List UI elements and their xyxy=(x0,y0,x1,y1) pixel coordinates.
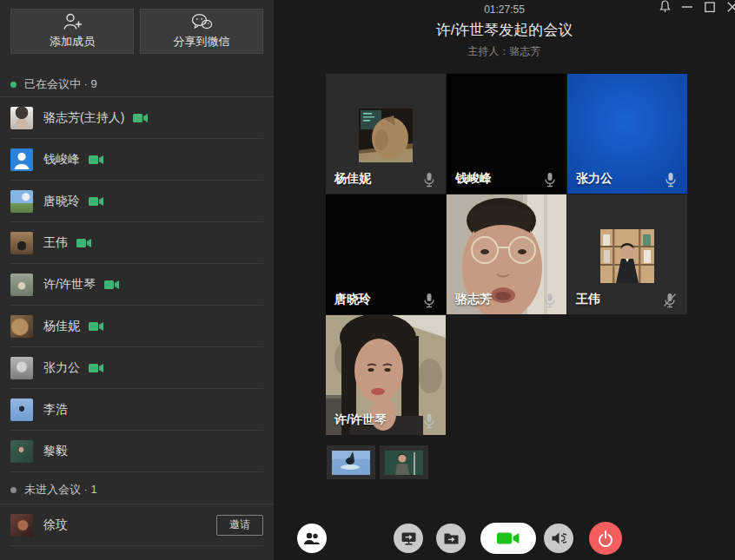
cat-photo xyxy=(359,109,413,162)
not-joined-header-label: 未进入会议 · 1 xyxy=(24,482,97,497)
invite-button[interactable]: 邀请 xyxy=(216,515,263,536)
video-tile[interactable]: 杨佳妮 xyxy=(326,74,446,194)
leave-meeting-button[interactable] xyxy=(589,522,622,555)
participant-row[interactable]: 王伟 xyxy=(10,222,263,264)
camera-on-icon xyxy=(76,237,92,249)
wechat-icon xyxy=(191,13,213,30)
participant-name: 张力公 xyxy=(43,360,80,376)
meeting-stage: 01:27:55 许/许世琴发起的会议 主持人：骆志芳 xyxy=(274,0,735,560)
mic-muted-icon xyxy=(663,293,677,308)
camera-icon xyxy=(497,530,520,546)
in-meeting-section-header: 已在会议中 · 9 xyxy=(0,72,274,97)
participant-name: 黎毅 xyxy=(43,444,68,459)
tile-name: 钱峻峰 xyxy=(455,171,492,187)
speaker-button[interactable] xyxy=(544,524,573,553)
sidebar-actions: 添加成员 分享到微信 xyxy=(0,0,274,54)
tile-name: 唐晓玲 xyxy=(334,292,371,307)
participant-row[interactable]: 黎毅 xyxy=(10,431,263,472)
in-meeting-header-label: 已在会议中 · 9 xyxy=(24,76,97,92)
mini-video-tile[interactable] xyxy=(327,445,375,479)
bird-on-water-thumbnail xyxy=(332,451,370,475)
participant-name: 杨佳妮 xyxy=(43,319,80,334)
close-icon[interactable] xyxy=(725,0,735,14)
man-portrait-photo xyxy=(600,229,654,283)
video-tile[interactable]: 王伟 xyxy=(567,194,687,314)
participant-row[interactable]: 杨佳妮 xyxy=(10,306,263,347)
tile-name: 杨佳妮 xyxy=(334,171,371,187)
video-tile[interactable]: 张力公 xyxy=(567,74,687,194)
camera-on-icon xyxy=(89,195,104,208)
leave-meeting-icon xyxy=(598,530,613,547)
tile-name: 张力公 xyxy=(576,171,612,187)
window-controls xyxy=(658,0,735,14)
sidebar: 添加成员 分享到微信 已在会议中 · 9 xyxy=(0,0,274,560)
video-tile[interactable]: 许/许世琴 xyxy=(326,315,446,435)
mic-icon xyxy=(544,172,556,188)
add-member-label: 添加成员 xyxy=(50,34,95,49)
camera-toggle-button[interactable] xyxy=(480,523,536,554)
tile-name: 骆志芳 xyxy=(455,292,492,307)
offline-dot-icon xyxy=(10,487,17,493)
screen-share-button[interactable] xyxy=(394,524,423,553)
share-to-wechat-button[interactable]: 分享到微信 xyxy=(140,9,263,54)
avatar xyxy=(10,399,33,421)
participant-row[interactable]: 李浩 xyxy=(10,389,263,431)
avatar xyxy=(10,514,33,537)
avatar xyxy=(10,232,33,254)
participant-name: 许/许世琴 xyxy=(43,277,96,293)
mic-icon xyxy=(423,172,435,188)
participant-list: 骆志芳(主持人) 钱峻峰 唐晓玲 王伟 xyxy=(0,97,274,472)
add-person-icon xyxy=(63,13,83,30)
file-share-button[interactable] xyxy=(436,524,466,553)
video-tile[interactable]: 唐晓玲 xyxy=(326,194,446,314)
camera-on-icon xyxy=(104,279,120,291)
mic-icon xyxy=(423,293,435,308)
avatar xyxy=(10,315,33,338)
mic-icon xyxy=(665,172,677,188)
blackboard-person-thumbnail xyxy=(385,451,423,475)
video-tile[interactable]: 钱峻峰 xyxy=(447,74,566,194)
avatar xyxy=(10,357,33,379)
camera-on-icon xyxy=(89,154,104,166)
mini-video-tile[interactable] xyxy=(380,445,428,479)
members-icon xyxy=(303,532,321,545)
participant-name: 徐玟 xyxy=(43,517,68,533)
screen-share-icon xyxy=(401,532,416,545)
mic-icon xyxy=(423,413,435,429)
maximize-icon[interactable] xyxy=(703,0,717,14)
camera-on-icon xyxy=(89,362,104,374)
participant-row[interactable]: 骆志芳(主持人) xyxy=(10,97,263,139)
not-joined-row[interactable]: 徐玟 邀请 xyxy=(10,504,263,546)
minimize-icon[interactable] xyxy=(680,0,694,14)
share-wechat-label: 分享到微信 xyxy=(174,34,230,49)
participant-row[interactable]: 许/许世琴 xyxy=(10,264,263,306)
tile-name: 王伟 xyxy=(576,292,600,307)
avatar xyxy=(10,273,33,296)
file-share-icon xyxy=(444,532,459,544)
meeting-window: 添加成员 分享到微信 已在会议中 · 9 xyxy=(0,0,735,560)
video-tile[interactable]: 骆志芳 xyxy=(447,194,566,314)
camera-on-icon xyxy=(89,320,104,333)
meeting-host: 主持人：骆志芳 xyxy=(274,44,735,59)
participant-name: 骆志芳(主持人) xyxy=(43,110,124,126)
online-dot-icon xyxy=(10,82,17,88)
participant-name: 李浩 xyxy=(43,402,68,418)
participant-row[interactable]: 唐晓玲 xyxy=(10,181,263,222)
meeting-title: 许/许世琴发起的会议 xyxy=(274,20,735,40)
add-member-button[interactable]: 添加成员 xyxy=(10,9,134,54)
participant-name: 钱峻峰 xyxy=(43,152,80,168)
mic-icon xyxy=(544,293,556,308)
participant-row[interactable]: 张力公 xyxy=(10,347,263,389)
avatar xyxy=(10,107,33,129)
avatar xyxy=(10,190,33,213)
bell-icon[interactable] xyxy=(658,0,672,14)
avatar xyxy=(10,440,33,463)
camera-on-icon xyxy=(133,112,149,124)
participant-name: 唐晓玲 xyxy=(43,194,80,209)
members-button[interactable] xyxy=(297,524,327,553)
speaker-icon xyxy=(551,531,566,545)
participant-row[interactable]: 钱峻峰 xyxy=(10,139,263,181)
avatar xyxy=(10,148,33,171)
participant-name: 王伟 xyxy=(43,235,68,251)
not-joined-section-header: 未进入会议 · 1 xyxy=(0,476,274,504)
